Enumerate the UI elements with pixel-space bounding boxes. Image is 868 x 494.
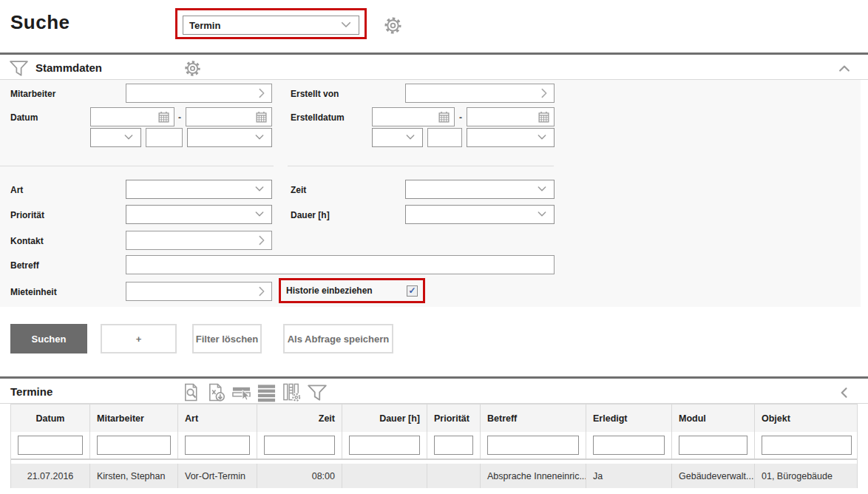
search-type-select[interactable]: Termin <box>183 16 359 35</box>
erstelldatum-bis-input[interactable] <box>467 108 538 126</box>
termine-section-header: Termine <box>0 376 868 404</box>
art-select[interactable] <box>126 180 272 199</box>
chevron-down-icon <box>254 131 265 145</box>
historie-highlight: Historie einbeziehen ✓ <box>279 278 425 303</box>
search-settings-gear-icon[interactable] <box>383 16 403 35</box>
collapse-section-chevron-up-icon[interactable] <box>837 61 852 76</box>
datum-bis-field <box>186 107 272 126</box>
cell-betreff: Absprache Inneneinric... <box>481 464 586 488</box>
erstelldatum-bis-field <box>467 107 555 126</box>
page-title: Suche <box>10 11 70 34</box>
label-betreff: Betreff <box>10 260 39 271</box>
datum-offset-input[interactable] <box>146 129 182 146</box>
table-row[interactable]: 21.07.2016 Kirsten, Stephan Vor-Ort-Term… <box>11 464 857 488</box>
als-abfrage-speichern-button[interactable]: Als Abfrage speichern <box>283 324 393 353</box>
datum-unit-select[interactable] <box>187 128 272 147</box>
label-historie-einbeziehen: Historie einbeziehen <box>286 285 373 296</box>
prioritaet-select[interactable] <box>126 205 272 224</box>
label-kontakt: Kontakt <box>10 236 44 246</box>
column-filter-input[interactable] <box>434 436 473 455</box>
erstelldatum-von-input[interactable] <box>373 108 438 126</box>
column-filter-input[interactable] <box>349 436 420 455</box>
column-header[interactable]: Zeit <box>257 405 342 432</box>
lookup-chevron-right-icon[interactable] <box>256 285 268 297</box>
column-filter-input[interactable] <box>264 436 335 455</box>
cell-dauer <box>342 464 427 488</box>
column-header[interactable]: Mitarbeiter <box>90 405 178 432</box>
label-erstelldatum: Erstelldatum <box>291 112 345 123</box>
mitarbeiter-field <box>126 84 272 103</box>
calendar-icon[interactable] <box>157 111 170 124</box>
erstelldatum-offset-field <box>427 128 462 147</box>
stammdaten-filter-body: Mitarbeiter Erstellt von Datum - <box>0 80 861 307</box>
suchen-button[interactable]: Suchen <box>10 324 87 353</box>
calendar-icon[interactable] <box>538 111 550 124</box>
lookup-chevron-right-icon[interactable] <box>256 234 268 246</box>
mieteinheit-field <box>126 282 272 301</box>
kontakt-input[interactable] <box>126 231 256 249</box>
column-filter-input[interactable] <box>18 436 83 455</box>
dauer-select[interactable] <box>405 205 555 224</box>
select-row-icon[interactable] <box>231 382 251 402</box>
table-header-row: Datum Mitarbeiter Art Zeit Dauer [h] Pri… <box>11 404 857 432</box>
cell-zeit: 08:00 <box>257 464 342 488</box>
filter-loeschen-button[interactable]: Filter löschen <box>192 324 262 353</box>
column-header[interactable]: Priorität <box>427 405 481 432</box>
cell-datum: 21.07.2016 <box>11 464 90 488</box>
chevron-down-icon <box>536 183 548 197</box>
historie-checkbox[interactable]: ✓ <box>407 285 418 297</box>
erstelldatum-von-field <box>372 107 455 126</box>
collapse-panel-chevron-left-icon[interactable] <box>837 385 852 400</box>
print-preview-icon[interactable] <box>181 382 201 402</box>
column-header[interactable]: Betreff <box>481 405 586 432</box>
column-filter-input[interactable] <box>97 436 171 455</box>
mieteinheit-input[interactable] <box>126 282 256 300</box>
betreff-input[interactable] <box>126 256 554 274</box>
column-filter-input[interactable] <box>679 436 747 455</box>
label-mitarbeiter: Mitarbeiter <box>10 89 55 99</box>
cell-mitarbeiter: Kirsten, Stephan <box>90 464 178 488</box>
column-filter-input[interactable] <box>762 436 852 455</box>
column-header[interactable]: Dauer [h] <box>342 405 427 432</box>
column-header[interactable]: Modul <box>672 405 755 432</box>
termine-toolbar <box>181 382 328 402</box>
add-filter-button[interactable]: + <box>101 324 177 353</box>
datum-relative-select[interactable] <box>90 128 141 147</box>
column-header[interactable]: Datum <box>11 405 90 432</box>
excel-export-icon[interactable] <box>206 382 226 402</box>
column-filter-input[interactable] <box>185 436 250 455</box>
column-settings-icon[interactable] <box>282 382 302 402</box>
betreff-field <box>126 255 555 274</box>
column-filter-input[interactable] <box>487 436 579 455</box>
column-header[interactable]: Erledigt <box>586 405 672 432</box>
datum-von-field <box>90 107 174 126</box>
mitarbeiter-input[interactable] <box>126 84 256 102</box>
list-rows-icon[interactable] <box>257 382 277 402</box>
table-filter-funnel-icon[interactable] <box>307 382 328 402</box>
calendar-icon[interactable] <box>255 111 268 124</box>
label-zeit: Zeit <box>291 185 306 195</box>
erstellt-von-input[interactable] <box>406 84 538 102</box>
label-dauer: Dauer [h] <box>291 210 330 220</box>
zeit-select[interactable] <box>405 180 555 199</box>
calendar-icon[interactable] <box>438 111 450 124</box>
column-filter-input[interactable] <box>593 436 665 455</box>
cell-art: Vor-Ort-Termin <box>178 464 257 488</box>
erstelldatum-offset-input[interactable] <box>428 129 461 146</box>
chevron-down-icon <box>254 183 265 197</box>
erstelldatum-unit-select[interactable] <box>467 128 555 147</box>
lookup-chevron-right-icon[interactable] <box>256 87 268 99</box>
label-art: Art <box>10 185 23 195</box>
chevron-down-icon <box>536 208 548 222</box>
stammdaten-gear-icon[interactable] <box>183 59 202 78</box>
label-erstellt-von: Erstellt von <box>291 89 339 99</box>
page-header: Suche Termin <box>0 0 868 53</box>
datum-von-input[interactable] <box>91 108 157 126</box>
datum-bis-input[interactable] <box>186 108 255 126</box>
search-type-value: Termin <box>189 20 220 31</box>
column-header[interactable]: Objekt <box>755 405 858 432</box>
erstelldatum-relative-select[interactable] <box>372 128 423 147</box>
lookup-chevron-right-icon[interactable] <box>538 87 550 99</box>
column-header[interactable]: Art <box>178 405 257 432</box>
date-range-separator: - <box>459 112 462 123</box>
